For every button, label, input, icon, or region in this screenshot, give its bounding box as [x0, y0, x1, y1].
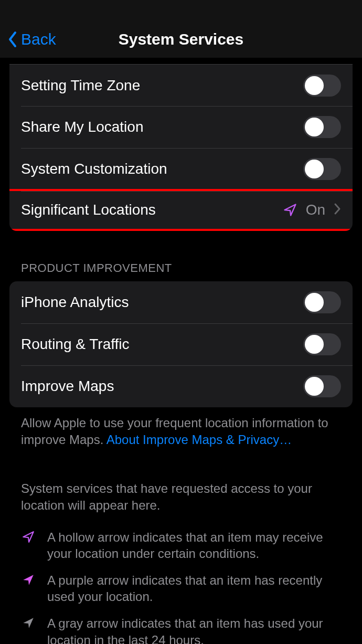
section-header-product-improvement: PRODUCT IMPROVEMENT: [0, 231, 362, 281]
row-label: Significant Locations: [21, 202, 283, 218]
toggle-improve-maps[interactable]: [303, 375, 341, 397]
row-iphone-analytics[interactable]: iPhone Analytics: [9, 281, 353, 323]
location-arrow-hollow-icon: [283, 203, 297, 217]
legend-row-gray: A gray arrow indicates that an item has …: [21, 610, 341, 644]
row-label: System Customization: [21, 161, 303, 177]
settings-group-product-improvement: iPhone Analytics Routing & Traffic Impro…: [9, 281, 353, 407]
toggle-routing-traffic[interactable]: [303, 333, 341, 355]
legend-row-purple: A purple arrow indicates that an item ha…: [21, 567, 341, 610]
legend-text: A gray arrow indicates that an item has …: [47, 615, 341, 644]
location-arrow-purple-icon: [21, 573, 36, 605]
toggle-share-my-location[interactable]: [303, 116, 341, 138]
settings-group-main: Setting Time Zone Share My Location Syst…: [9, 64, 353, 231]
chevron-right-icon: [334, 203, 341, 217]
legend: A hollow arrow indicates that an item ma…: [0, 524, 362, 644]
toggle-setting-time-zone[interactable]: [303, 75, 341, 97]
toggle-system-customization[interactable]: [303, 158, 341, 180]
row-value: On: [306, 202, 325, 218]
row-significant-locations[interactable]: Significant Locations On: [9, 189, 353, 231]
row-label: Setting Time Zone: [21, 77, 303, 94]
page-title: System Services: [8, 30, 354, 48]
row-label: Share My Location: [21, 119, 303, 135]
explanation-text: System services that have requested acce…: [0, 449, 362, 524]
improve-maps-privacy-link[interactable]: About Improve Maps & Privacy…: [107, 432, 292, 447]
back-button[interactable]: Back: [7, 30, 56, 48]
row-label: Improve Maps: [21, 378, 303, 395]
legend-text: A hollow arrow indicates that an item ma…: [47, 529, 341, 562]
chevron-left-icon: [7, 31, 18, 48]
toggle-iphone-analytics[interactable]: [303, 291, 341, 313]
row-improve-maps[interactable]: Improve Maps: [9, 365, 353, 407]
row-label: iPhone Analytics: [21, 294, 303, 311]
row-setting-time-zone[interactable]: Setting Time Zone: [9, 64, 353, 106]
row-share-my-location[interactable]: Share My Location: [9, 106, 353, 148]
row-routing-traffic[interactable]: Routing & Traffic: [9, 323, 353, 365]
row-label: Routing & Traffic: [21, 336, 303, 353]
row-system-customization[interactable]: System Customization: [9, 148, 353, 190]
section-footer-product-improvement: Allow Apple to use your frequent locatio…: [0, 407, 362, 449]
legend-text: A purple arrow indicates that an item ha…: [47, 572, 341, 605]
location-arrow-hollow-icon: [21, 530, 36, 562]
location-arrow-gray-icon: [21, 616, 36, 644]
back-label: Back: [21, 30, 56, 48]
nav-bar: Back System Services: [0, 0, 362, 58]
legend-row-hollow: A hollow arrow indicates that an item ma…: [21, 524, 341, 567]
